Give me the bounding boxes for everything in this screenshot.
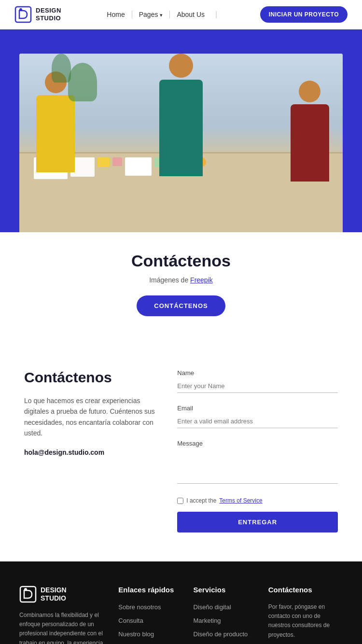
email-label: Email	[177, 405, 338, 412]
footer-service-digital[interactable]: Diseño digital	[194, 603, 231, 611]
contact-hero-section: Contáctenos Imágenes de Freepik CONTÁCTE…	[0, 232, 362, 340]
contact-hero-title: Contáctenos	[10, 252, 352, 270]
svg-rect-2	[20, 587, 36, 602]
email-field: Email	[177, 405, 338, 428]
footer-quick-links-title: Enlaces rápidos	[118, 586, 179, 594]
name-field: Name	[177, 369, 338, 393]
list-item: Marketing	[194, 616, 254, 625]
footer-logo-icon	[19, 586, 37, 603]
footer-logo-text: DESIGN STUDIO	[41, 586, 67, 602]
name-input[interactable]	[177, 379, 338, 393]
footer: DESIGN STUDIO Combinamos la flexibilidad…	[0, 561, 362, 644]
footer-contact-desc: Por favor, póngase en contacto con uno d…	[268, 602, 343, 640]
list-item: Diseño digital	[194, 602, 254, 611]
email-input[interactable]	[177, 415, 338, 428]
hero-section	[0, 29, 362, 232]
list-item: Sobre nosotros	[118, 602, 179, 611]
footer-services-col: Servicios Diseño digital Marketing Diseñ…	[194, 586, 254, 644]
hero-image	[19, 54, 343, 232]
footer-grid: DESIGN STUDIO Combinamos la flexibilidad…	[19, 586, 343, 644]
footer-service-marketing[interactable]: Marketing	[194, 617, 221, 624]
terms-row: I accept the Terms of Service	[177, 497, 338, 504]
contact-section-title: Contáctenos	[24, 369, 158, 386]
footer-logo: DESIGN STUDIO	[19, 586, 104, 603]
logo-icon	[14, 6, 32, 23]
contact-right-panel: Name Email Message I accept the Terms of…	[177, 369, 338, 532]
person-right	[283, 81, 336, 211]
footer-contact-title: Contáctenos	[268, 586, 343, 594]
footer-link-consulta[interactable]: Consulta	[118, 617, 143, 624]
person-center	[152, 54, 210, 208]
list-item: Nuestro blog	[118, 630, 179, 638]
footer-contact-col: Contáctenos Por favor, póngase en contac…	[268, 586, 343, 644]
footer-quick-links-col: Enlaces rápidos Sobre nosotros Consulta …	[118, 586, 179, 644]
message-field: Message	[177, 440, 338, 486]
logo[interactable]: DESIGN STUDIO	[14, 6, 61, 23]
contact-form-section: Contáctenos Lo que hacemos es crear expe…	[0, 340, 362, 561]
footer-services-list: Diseño digital Marketing Diseño de produ…	[194, 602, 254, 644]
footer-description: Combinamos la flexibilidad y el enfoque …	[19, 611, 104, 644]
contact-hero-button[interactable]: CONTÁCTENOS	[137, 295, 225, 316]
chevron-down-icon	[160, 11, 163, 18]
nav-pages[interactable]: Pages	[132, 11, 170, 18]
footer-service-producto[interactable]: Diseño de producto	[194, 630, 248, 638]
iniciar-proyecto-button[interactable]: INICIAR UN PROYECTO	[260, 6, 348, 23]
message-textarea[interactable]	[177, 450, 338, 484]
contact-left-panel: Contáctenos Lo que hacemos es crear expe…	[24, 369, 158, 532]
contact-description: Lo que hacemos es crear experiencias dig…	[24, 395, 158, 439]
footer-link-blog[interactable]: Nuestro blog	[118, 630, 154, 638]
list-item: Diseño de producto	[194, 630, 254, 638]
nav-links: Home Pages About Us |	[100, 10, 221, 19]
message-label: Message	[177, 440, 338, 447]
image-credit: Imágenes de Freepik	[10, 276, 352, 284]
logo-text: DESIGN STUDIO	[36, 7, 61, 22]
navbar: DESIGN STUDIO Home Pages About Us | INIC…	[0, 0, 362, 29]
list-item: Consulta	[118, 616, 179, 625]
freepik-link[interactable]: Freepik	[190, 276, 213, 284]
svg-rect-0	[15, 7, 31, 22]
submit-form-button[interactable]: ENTREGAR	[177, 512, 338, 532]
terms-checkbox[interactable]	[177, 498, 183, 504]
footer-link-sobre[interactable]: Sobre nosotros	[118, 603, 161, 611]
nav-home[interactable]: Home	[100, 11, 132, 18]
svg-point-1	[19, 8, 22, 11]
footer-services-title: Servicios	[194, 586, 254, 594]
footer-quick-links-list: Sobre nosotros Consulta Nuestro blog Est…	[118, 602, 179, 644]
svg-point-3	[24, 588, 27, 591]
name-label: Name	[177, 369, 338, 377]
team-workspace-illustration	[19, 54, 343, 232]
nav-about[interactable]: About Us	[170, 11, 211, 18]
terms-link[interactable]: Terms of Service	[219, 497, 262, 504]
contact-email-display: hola@design.studio.com	[24, 448, 158, 456]
footer-brand-col: DESIGN STUDIO Combinamos la flexibilidad…	[19, 586, 104, 644]
terms-text: I accept the	[186, 497, 216, 504]
